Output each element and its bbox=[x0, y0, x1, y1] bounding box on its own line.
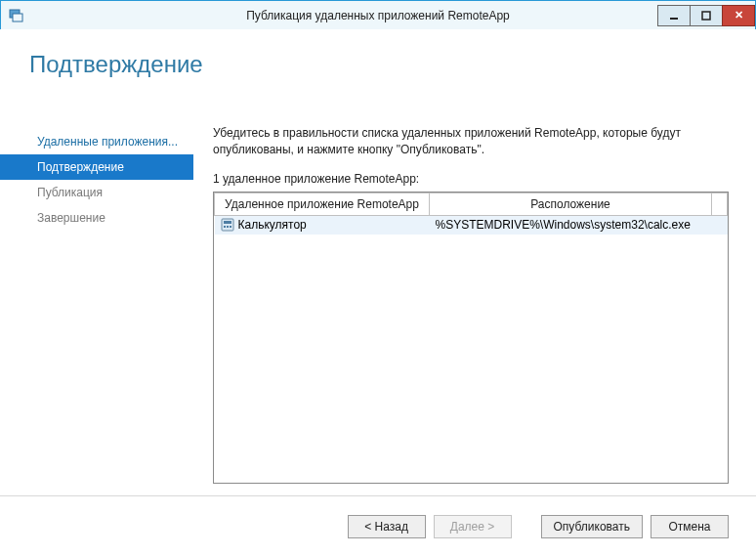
window-title: Публикация удаленных приложений RemoteAp… bbox=[1, 9, 755, 22]
back-button[interactable]: < Назад bbox=[348, 515, 426, 538]
close-button[interactable]: ✕ bbox=[722, 5, 755, 26]
svg-rect-6 bbox=[224, 226, 226, 228]
close-icon: ✕ bbox=[735, 9, 743, 21]
svg-rect-8 bbox=[230, 226, 231, 228]
step-remote-apps[interactable]: Удаленные приложения... bbox=[0, 129, 193, 154]
step-publish: Публикация bbox=[0, 180, 193, 205]
col-header-name[interactable]: Удаленное приложение RemoteApp bbox=[215, 192, 430, 215]
maximize-button[interactable] bbox=[690, 5, 723, 26]
svg-rect-5 bbox=[224, 221, 231, 224]
cell-app-name: Калькулятор bbox=[238, 218, 307, 232]
page-title: Подтверждение bbox=[0, 29, 756, 98]
title-bar: Публикация удаленных приложений RemoteAp… bbox=[1, 1, 755, 30]
next-button: Далее > bbox=[434, 515, 512, 538]
system-menu-icon[interactable] bbox=[1, 8, 30, 23]
step-sidebar: Удаленные приложения... Подтверждение Пу… bbox=[0, 117, 193, 495]
svg-rect-2 bbox=[670, 18, 678, 20]
instruction-text: Убедитесь в правильности списка удаленны… bbox=[213, 125, 729, 158]
window-controls: ✕ bbox=[658, 5, 755, 26]
svg-rect-7 bbox=[227, 226, 229, 228]
main-panel: Убедитесь в правильности списка удаленны… bbox=[193, 117, 756, 495]
cancel-button[interactable]: Отмена bbox=[651, 515, 729, 538]
cell-spacer bbox=[712, 215, 728, 235]
cell-app-location: %SYSTEMDRIVE%\Windows\system32\calc.exe bbox=[430, 215, 712, 235]
svg-rect-4 bbox=[222, 219, 233, 231]
apps-table: Удаленное приложение RemoteApp Расположе… bbox=[214, 192, 728, 235]
col-header-location[interactable]: Расположение bbox=[430, 192, 712, 215]
list-label: 1 удаленное приложение RemoteApp: bbox=[213, 172, 729, 186]
minimize-button[interactable] bbox=[657, 5, 691, 26]
content-area: Удаленные приложения... Подтверждение Пу… bbox=[0, 117, 756, 495]
calculator-icon bbox=[221, 218, 234, 232]
svg-rect-3 bbox=[702, 12, 710, 20]
step-complete: Завершение bbox=[0, 205, 193, 231]
step-confirmation[interactable]: Подтверждение bbox=[0, 154, 193, 180]
svg-rect-1 bbox=[13, 14, 22, 21]
wizard-footer: < Назад Далее > Опубликовать Отмена bbox=[0, 495, 756, 556]
apps-table-wrap: Удаленное приложение RemoteApp Расположе… bbox=[213, 192, 729, 484]
wizard-body: Подтверждение Удаленные приложения... По… bbox=[0, 29, 756, 556]
col-header-spacer bbox=[712, 192, 728, 215]
table-row[interactable]: Калькулятор %SYSTEMDRIVE%\Windows\system… bbox=[215, 215, 728, 235]
publish-button[interactable]: Опубликовать bbox=[541, 515, 643, 538]
